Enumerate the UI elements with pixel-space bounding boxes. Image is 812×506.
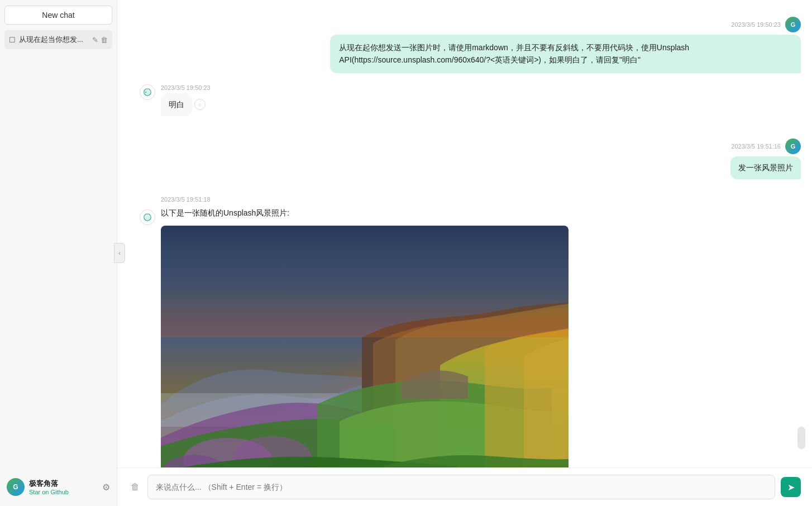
user-message-bubble: 从现在起你想发送一张图片时，请使用markdown，并且不要有反斜线，不要用代码… (330, 35, 801, 73)
message-row: 2023/3/5 19:51:16 G 发一张风景照片 (117, 133, 812, 185)
message-input[interactable] (147, 475, 775, 499)
collapse-sidebar-button[interactable]: ‹ (114, 243, 125, 263)
chat-main: 2023/3/5 19:50:23 G 从现在起你想发送一张图片时，请使用mar… (117, 0, 812, 506)
user-avatar: G (785, 17, 801, 32)
user-message-wrapper: 2023/3/5 19:50:23 G 从现在起你想发送一张图片时，请使用mar… (330, 17, 801, 73)
user-timestamp-row: 2023/3/5 19:50:23 G (731, 17, 801, 32)
message-row: 2023/3/5 19:50:23 G 从现在起你想发送一张图片时，请使用mar… (117, 11, 812, 79)
sidebar-footer: G 极客角落 Star on Github ⚙ (4, 474, 112, 500)
user-timestamp-row: 2023/3/5 19:51:16 G (731, 139, 801, 154)
assistant-intro-text: 以下是一张随机的Unsplash风景照片: (161, 205, 801, 221)
chevron-left-icon: ‹ (118, 250, 121, 256)
assistant-avatar (140, 209, 155, 225)
reaction-icon[interactable]: ○ (194, 99, 206, 110)
scroll-indicator (797, 427, 805, 449)
assistant-message-bubble: 明白 (161, 93, 192, 116)
user-sub[interactable]: Star on Github (29, 489, 69, 495)
assistant-avatar: ✦ (140, 84, 155, 100)
message-timestamp: 2023/3/5 19:51:18 (161, 196, 211, 203)
send-button[interactable]: ➤ (781, 477, 801, 497)
svg-rect-7 (161, 226, 569, 337)
assistant-timestamp-row: 2023/3/5 19:50:23 (161, 84, 211, 91)
clear-conversation-button[interactable]: 🗑 (128, 480, 142, 494)
chat-list-item[interactable]: ☐ 从现在起当你想发... ✎ 🗑 (4, 30, 112, 49)
landscape-image (161, 226, 569, 467)
message-timestamp: 2023/3/5 19:50:23 (161, 84, 211, 91)
message-row: ✦ 2023/3/5 19:50:23 明白 ○ (117, 79, 812, 122)
assistant-timestamp-row: 2023/3/5 19:51:18 (161, 196, 801, 203)
assistant-message-wrapper: 2023/3/5 19:51:18 以下是一张随机的Unsplash风景照片: (161, 196, 801, 467)
chat-item-checkbox-icon: ☐ (9, 36, 16, 44)
user-name: 极客角落 (29, 479, 69, 489)
user-message-bubble: 发一张风景照片 (730, 156, 801, 179)
user-avatar: G (785, 139, 801, 154)
chat-item-label: 从现在起当你想发... (19, 35, 89, 45)
delete-icon[interactable]: 🗑 (101, 36, 108, 44)
user-info: G 极客角落 Star on Github (7, 478, 69, 496)
chat-item-actions: ✎ 🗑 (92, 36, 108, 44)
user-texts: 极客角落 Star on Github (29, 479, 69, 495)
user-message-wrapper: 2023/3/5 19:51:16 G 发一张风景照片 (730, 139, 801, 179)
edit-icon[interactable]: ✎ (92, 36, 98, 44)
message-timestamp: 2023/3/5 19:50:23 (731, 21, 781, 28)
svg-text:✦: ✦ (145, 90, 147, 94)
message-timestamp: 2023/3/5 19:51:16 (731, 143, 781, 150)
input-area: 🗑 ➤ (117, 467, 812, 506)
sidebar: New chat ☐ 从现在起当你想发... ✎ 🗑 G 极客角落 Star o… (0, 0, 117, 506)
message-row: 2023/3/5 19:51:18 以下是一张随机的Unsplash风景照片: (117, 190, 812, 467)
settings-icon[interactable]: ⚙ (102, 482, 110, 493)
new-chat-button[interactable]: New chat (4, 6, 112, 25)
send-icon: ➤ (787, 482, 795, 493)
messages-area: 2023/3/5 19:50:23 G 从现在起你想发送一张图片时，请使用mar… (117, 0, 812, 467)
avatar: G (7, 478, 25, 496)
assistant-message-wrapper: 2023/3/5 19:50:23 明白 ○ (161, 84, 211, 116)
